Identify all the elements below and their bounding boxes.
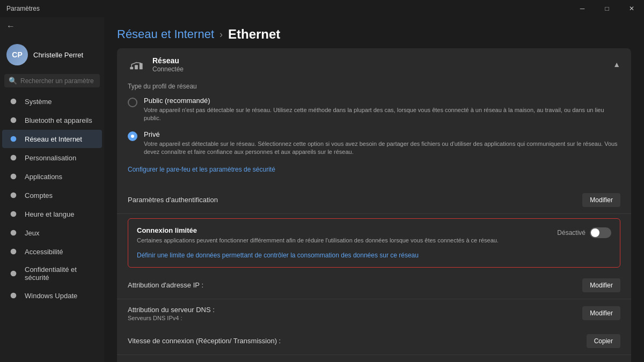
svg-rect-12 <box>135 65 138 69</box>
minimize-button[interactable]: ─ <box>570 0 595 17</box>
search-icon: 🔍 <box>9 77 17 85</box>
network-card-subtitle: Connectée <box>152 65 605 73</box>
speed-label: Vitesse de connexion (Réception/ Transmi… <box>128 337 281 345</box>
sidebar-item-label-accessibilite: Accessibilité <box>25 248 63 256</box>
search-box[interactable]: 🔍 <box>4 74 100 87</box>
search-input[interactable] <box>20 77 101 85</box>
svg-point-0 <box>11 99 17 105</box>
connexion-limitee-toggle[interactable] <box>590 227 611 238</box>
copy-button[interactable]: Copier <box>587 334 620 348</box>
setting-label-dns_attribution: Attribution du serveur DNS :Serveurs DNS… <box>128 306 215 321</box>
setting-main-label-ip_attribution: Attribution d'adresse IP : <box>128 281 203 289</box>
sidebar-item-label-reseau: Réseau et Internet <box>25 135 82 143</box>
bluetooth-icon <box>9 115 18 125</box>
svg-point-6 <box>11 211 17 217</box>
svg-point-3 <box>11 155 17 161</box>
connexion-limitee-card: Connexion limitée Certaines applications… <box>128 218 620 268</box>
sidebar-item-label-bluetooth: Bluetooth et appareils <box>25 116 92 124</box>
svg-point-4 <box>11 174 17 180</box>
window-controls: ─ □ ✕ <box>570 0 644 17</box>
sidebar-item-systeme[interactable]: Système <box>2 92 102 110</box>
breadcrumb-current: Ethernet <box>228 27 280 42</box>
avatar: CP <box>6 44 28 65</box>
update-icon <box>9 291 18 300</box>
breadcrumb-parent[interactable]: Réseau et Internet <box>117 27 214 41</box>
app-title: Paramètres <box>6 5 40 12</box>
radio-desc-public: Votre appareil n'est pas détectable sur … <box>144 106 620 123</box>
titlebar: Paramètres ─ □ ✕ <box>0 0 644 17</box>
sidebar-item-windows_update[interactable]: Windows Update <box>2 286 102 305</box>
auth-params-button[interactable]: Modifier <box>582 193 620 207</box>
main-content: Réseau et Internet › Ethernet <box>104 17 644 362</box>
svg-point-8 <box>11 249 17 255</box>
close-button[interactable]: ✕ <box>619 0 644 17</box>
content-area: Réseau Connectée ▲ Type du profil de rés… <box>104 48 644 362</box>
accessibility-icon <box>9 247 18 256</box>
radio-label-prive: Privé <box>144 130 620 138</box>
connexion-limitee-row: Connexion limitée Certaines applications… <box>137 226 611 245</box>
radio-option-prive[interactable]: PrivéVotre appareil est détectable sur l… <box>128 130 620 157</box>
sidebar-item-accessibilite[interactable]: Accessibilité <box>2 242 102 261</box>
back-arrow-icon: ← <box>6 21 15 31</box>
sidebar-item-label-jeux: Jeux <box>25 229 39 237</box>
setting-sub-label-dns_attribution: Serveurs DNS IPv4 : <box>128 315 215 321</box>
radio-option-public[interactable]: Public (recommandé)Votre appareil n'est … <box>128 97 620 123</box>
svg-rect-13 <box>140 63 143 70</box>
toggle-label: Désactivé <box>557 229 586 237</box>
sidebar-item-bluetooth[interactable]: Bluetooth et appareils <box>2 111 102 129</box>
sidebar-item-jeux[interactable]: Jeux <box>2 224 102 242</box>
monitor-icon <box>9 97 18 106</box>
sidebar-item-reseau[interactable]: Réseau et Internet <box>2 130 102 148</box>
profile-section: CP Christelle Perret <box>0 35 104 72</box>
shield-icon <box>9 269 18 278</box>
sidebar-item-label-confidentialite: Confidentialité et sécurité <box>25 265 96 282</box>
app-container: ← CP Christelle Perret 🔍 SystèmeBluetoot… <box>0 17 644 362</box>
connexion-limitee-info: Connexion limitée Certaines applications… <box>137 226 546 245</box>
svg-point-9 <box>11 271 17 277</box>
radio-desc-prive: Votre appareil est détectable sur le rés… <box>144 140 620 157</box>
clock-icon <box>9 209 18 219</box>
firewall-link[interactable]: Configurer le pare-feu et les paramètres… <box>128 166 275 173</box>
radio-label-public: Public (recommandé) <box>144 97 620 105</box>
toggle-thumb <box>591 228 599 237</box>
setting-row-ip_attribution: Attribution d'adresse IP :Modifier <box>117 272 631 299</box>
sidebar-item-label-comptes: Comptes <box>25 191 53 200</box>
network-icon <box>128 56 145 73</box>
sidebar-item-confidentialite[interactable]: Confidentialité et sécurité <box>2 261 102 286</box>
breadcrumb: Réseau et Internet › Ethernet <box>104 17 644 48</box>
restore-button[interactable]: □ <box>595 0 619 17</box>
profile-name: Christelle Perret <box>33 51 83 59</box>
sidebar-item-label-windows_update: Windows Update <box>25 292 77 300</box>
svg-point-1 <box>11 117 17 123</box>
svg-point-5 <box>11 193 17 198</box>
network-card: Réseau Connectée ▲ Type du profil de rés… <box>117 48 631 362</box>
modify-button-ip_attribution[interactable]: Modifier <box>582 278 620 292</box>
sidebar-item-applications[interactable]: Applications <box>2 167 102 186</box>
radio-circle-public <box>128 98 137 107</box>
connexion-limitee-desc: Certaines applications peuvent fonctionn… <box>137 237 546 245</box>
info-row-ipv6_locale: Adresse IPv6 locale du lien : <box>117 355 631 362</box>
sidebar-item-label-applications: Applications <box>25 173 62 181</box>
sidebar: ← CP Christelle Perret 🔍 SystèmeBluetoot… <box>0 17 104 362</box>
radio-text-prive: PrivéVotre appareil est détectable sur l… <box>144 130 620 157</box>
svg-point-10 <box>11 293 17 299</box>
paint-icon <box>9 153 18 162</box>
chevron-up-icon[interactable]: ▲ <box>613 60 620 69</box>
svg-rect-11 <box>130 67 133 70</box>
sidebar-item-comptes[interactable]: Comptes <box>2 186 102 204</box>
sidebar-item-personnalisation[interactable]: Personnalisation <box>2 149 102 167</box>
network-card-title: Réseau <box>152 56 605 65</box>
auth-params-label: Paramètres d'authentification <box>128 196 218 204</box>
back-button[interactable]: ← <box>0 17 104 35</box>
sidebar-item-label-heure: Heure et langue <box>25 210 75 218</box>
modify-button-dns_attribution[interactable]: Modifier <box>582 306 620 320</box>
profile-type-label: Type du profil de réseau <box>128 80 620 90</box>
data-limit-link[interactable]: Définir une limite de données permettant… <box>137 252 419 259</box>
network-icon <box>9 134 18 144</box>
svg-point-2 <box>11 136 17 142</box>
sidebar-item-heure[interactable]: Heure et langue <box>2 205 102 223</box>
connexion-limitee-link-area: Définir une limite de données permettant… <box>137 250 611 260</box>
radio-circle-prive <box>128 131 137 141</box>
network-card-info: Réseau Connectée <box>152 56 605 73</box>
connexion-limitee-title: Connexion limitée <box>137 226 546 234</box>
